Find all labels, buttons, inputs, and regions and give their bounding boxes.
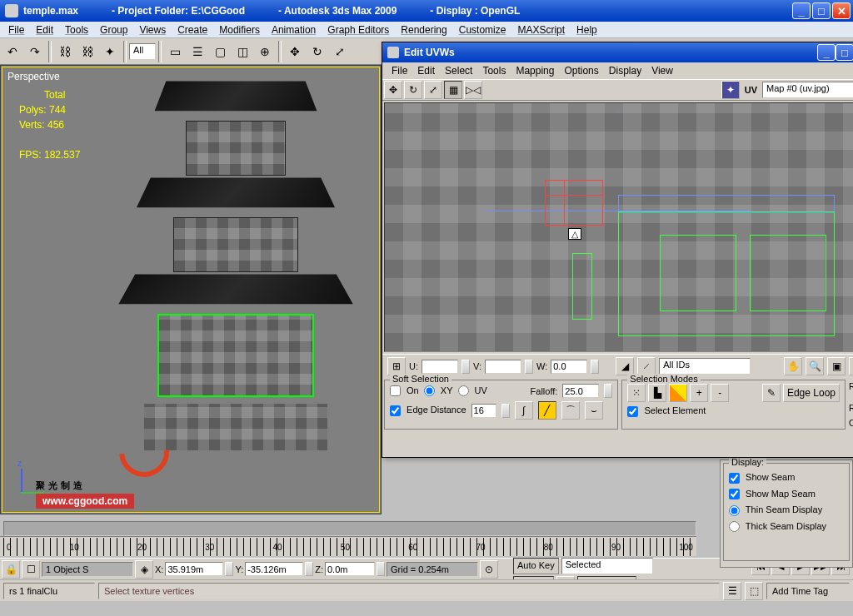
menu-group[interactable]: Group	[95, 22, 132, 37]
face-mode-icon[interactable]	[669, 384, 687, 402]
uv-w-spinner[interactable]	[591, 360, 599, 374]
menu-edit[interactable]: Edit	[31, 22, 58, 37]
falloff-smooth-icon[interactable]: ∫	[515, 401, 533, 420]
lock-selection-icon[interactable]: 🔒	[2, 560, 20, 579]
uv-lock-icon[interactable]: ⊞	[387, 357, 406, 375]
soft-xy-radio[interactable]: XY	[424, 385, 453, 397]
uv-menu-edit[interactable]: Edit	[413, 63, 439, 78]
scale-button[interactable]: ⤢	[329, 41, 351, 62]
uv-selection-gizmo[interactable]	[545, 180, 603, 226]
uv-pivot-marker[interactable]: △	[568, 228, 581, 240]
uv-rotate-icon[interactable]: ↻	[404, 81, 422, 99]
listener-icon[interactable]: ☰	[723, 582, 741, 600]
script-name[interactable]: rs 1 finalClu	[3, 583, 95, 599]
edge-loop-button[interactable]: Edge Loop	[783, 384, 840, 402]
uv-canvas[interactable]: △	[384, 102, 853, 352]
show-map-seam-check[interactable]: Show Map Seam	[729, 489, 816, 499]
uv-w-input[interactable]	[551, 360, 587, 374]
menu-tools[interactable]: Tools	[60, 22, 93, 37]
y-input[interactable]	[245, 562, 303, 576]
menu-file[interactable]: File	[3, 22, 29, 37]
menu-grapheditors[interactable]: Graph Editors	[322, 22, 394, 37]
maximize-button[interactable]: □	[812, 2, 831, 19]
edge-distance-check[interactable]: Edge Distance	[390, 405, 466, 416]
close-button[interactable]: ✕	[832, 2, 851, 19]
select-name-button[interactable]: ☰	[187, 41, 208, 62]
menu-maxscript[interactable]: MAXScript	[512, 22, 570, 37]
x-input[interactable]	[165, 562, 223, 576]
soft-uv-radio[interactable]: UV	[458, 385, 487, 397]
keymode-combo[interactable]: Selected	[561, 558, 653, 574]
add-time-tag[interactable]: Add Time Tag	[766, 583, 850, 599]
select-button[interactable]: ▭	[164, 41, 186, 62]
select-element-check[interactable]: Select Element	[627, 405, 706, 415]
edge-distance-spinner[interactable]	[501, 404, 510, 418]
uv-green-strip[interactable]	[572, 253, 592, 320]
menu-modifiers[interactable]: Modifiers	[214, 22, 265, 37]
soft-on-check[interactable]: On	[390, 385, 419, 397]
selection-filter-combo[interactable]: All	[129, 43, 156, 60]
menu-help[interactable]: Help	[571, 22, 602, 37]
menu-views[interactable]: Views	[134, 22, 171, 37]
rot-label-1[interactable]: Rot.	[849, 381, 853, 391]
falloff-linear-icon[interactable]: ╱	[538, 401, 556, 420]
falloff-input[interactable]	[562, 384, 599, 398]
snaps-icon[interactable]: ⊙	[480, 560, 498, 579]
uv-maximize-button[interactable]: □	[836, 44, 853, 61]
selection-icon[interactable]: ☐	[22, 560, 40, 579]
uv-titlebar[interactable]: Edit UVWs _ □ ✕	[382, 42, 853, 62]
x-spinner[interactable]	[225, 562, 233, 576]
uv-zoomext-icon[interactable]: ▣	[827, 357, 846, 375]
link-button[interactable]: ⛓	[54, 41, 76, 62]
uv-v-spinner[interactable]	[525, 360, 533, 374]
menu-customize[interactable]: Customize	[454, 22, 511, 37]
minus-mode-icon[interactable]: -	[711, 384, 729, 402]
select-window-button[interactable]: ◫	[232, 41, 253, 62]
uv-menubar[interactable]: File Edit Select Tools Mapping Options D…	[382, 62, 853, 79]
autokey-button[interactable]: Auto Key	[513, 558, 559, 574]
rotate-button[interactable]: ↻	[307, 41, 328, 62]
z-spinner[interactable]	[377, 562, 385, 576]
uv-showmap-icon[interactable]: ✦	[721, 81, 740, 99]
uv-pan-icon[interactable]: ✋	[784, 357, 802, 375]
plus-mode-icon[interactable]: +	[690, 384, 708, 402]
time-slider[interactable]	[3, 521, 696, 536]
uv-menu-tools[interactable]: Tools	[478, 63, 510, 78]
uv-menu-select[interactable]: Select	[441, 63, 476, 78]
select-crossing-button[interactable]: ⊕	[254, 41, 276, 62]
options-label[interactable]: Optio	[849, 418, 853, 428]
uv-zoom-icon[interactable]: 🔍	[806, 357, 824, 375]
z-input[interactable]	[325, 562, 375, 576]
viewport[interactable]: Perspective Total Polys: 744 Verts: 456 …	[0, 65, 382, 514]
uv-map-combo[interactable]: Map #0 (uv.jpg)	[762, 82, 853, 98]
uv-green-inner1[interactable]	[660, 235, 736, 311]
uv-id-filter-combo[interactable]: All IDs	[659, 358, 751, 375]
vertex-mode-icon[interactable]: ⁙	[627, 384, 646, 402]
timeline[interactable]: 01020 304050 607080 90100	[0, 536, 696, 556]
isolate-icon[interactable]: ◈	[135, 560, 153, 579]
redo-button[interactable]: ↷	[24, 41, 46, 62]
falloff-fast-icon[interactable]: ⌣	[585, 401, 603, 420]
minimize-button[interactable]: _	[792, 2, 811, 19]
uv-brush-icon[interactable]: ⟋	[637, 357, 656, 375]
main-menubar[interactable]: File Edit Tools Group Views Create Modif…	[0, 22, 853, 38]
menu-create[interactable]: Create	[172, 22, 212, 37]
y-spinner[interactable]	[305, 562, 313, 576]
uv-menu-view[interactable]: View	[647, 63, 677, 78]
uv-menu-mapping[interactable]: Mapping	[511, 63, 558, 78]
paint-select-icon[interactable]: ✎	[762, 384, 781, 402]
uv-u-spinner[interactable]	[461, 360, 470, 374]
edge-mode-icon[interactable]: ▙	[648, 384, 666, 402]
menu-rendering[interactable]: Rendering	[396, 22, 451, 37]
uv-menu-display[interactable]: Display	[605, 63, 646, 78]
thin-seam-radio[interactable]: Thin Seam Display	[729, 504, 822, 514]
menu-animation[interactable]: Animation	[267, 22, 321, 37]
uv-u-input[interactable]	[422, 360, 458, 374]
move-button[interactable]: ✥	[284, 41, 306, 62]
falloff-spinner[interactable]	[604, 384, 612, 398]
uv-mirror-icon[interactable]: ▷◁	[464, 81, 482, 99]
bind-button[interactable]: ✦	[99, 41, 121, 62]
uv-zoomregion-icon[interactable]: ⬚	[849, 357, 853, 375]
cube-icon[interactable]: ⬚	[745, 582, 763, 600]
uv-move-icon[interactable]: ✥	[384, 81, 402, 99]
